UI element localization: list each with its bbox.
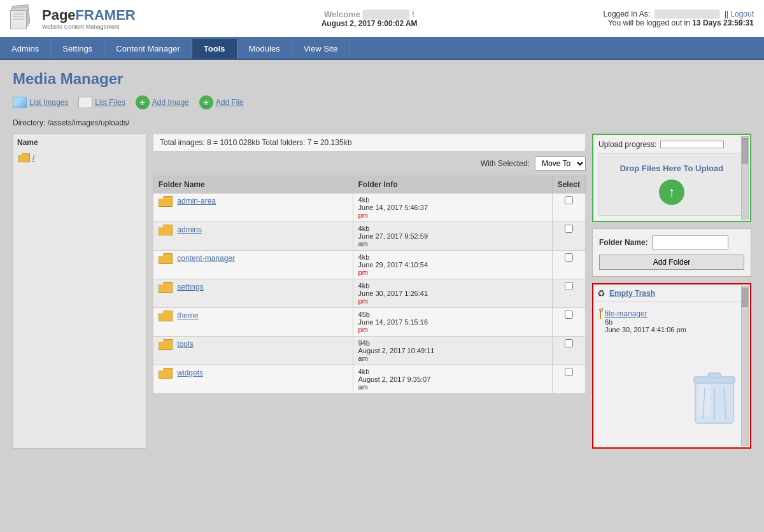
trash-folder-name[interactable]: file-manager [605, 309, 686, 318]
folder-name-cell: theme [153, 308, 353, 337]
upload-panel-scrollbar[interactable] [741, 136, 749, 220]
folder-date: June 27, 2017 9:52:59 [358, 232, 428, 240]
folder-checkbox[interactable] [565, 196, 573, 204]
folder-checkbox[interactable] [565, 311, 573, 319]
header: PageFRAMER Website Content Management We… [0, 0, 764, 39]
trash-item-date: June 30, 2017 4:41:06 pm [605, 326, 686, 333]
nav-content-manager[interactable]: Content Manager [104, 39, 192, 59]
folder-icon [159, 282, 173, 293]
folder-date: August 2, 2017 9:35:07 [358, 375, 431, 383]
welcome-text: Welcome ████████ ! [322, 10, 418, 19]
folder-table-body: admin-area 4kb June 14, 2017 5:46:37 pm … [153, 193, 586, 394]
progress-bar [660, 141, 724, 148]
nav-tools[interactable]: Tools [192, 39, 237, 59]
col-folder-info: Folder Info [353, 176, 552, 193]
col-folder-name: Folder Name [153, 176, 353, 193]
folder-icon [159, 368, 173, 379]
folder-info: 4kb June 29, 2017 4:10:54 pm [358, 253, 547, 276]
folder-link[interactable]: content-manager [177, 254, 235, 263]
upload-panel: Upload progress: Drop Files Here To Uplo… [592, 134, 751, 222]
folder-checkbox[interactable] [565, 282, 573, 290]
nav-modules[interactable]: Modules [237, 39, 292, 59]
folder-link[interactable]: tools [177, 340, 193, 349]
folder-info: 4kb June 27, 2017 9:52:59 am [358, 225, 547, 248]
folder-select-cell [552, 365, 585, 394]
folder-size: 4kb [358, 368, 370, 375]
nav-view-site[interactable]: View Site [292, 39, 350, 59]
folder-date: June 14, 2017 5:15:16 [358, 318, 428, 326]
drop-zone[interactable]: Drop Files Here To Upload [598, 153, 745, 216]
folder-size: 45b [358, 311, 370, 318]
folder-checkbox[interactable] [565, 253, 573, 262]
folder-link[interactable]: admins [177, 225, 202, 234]
folder-icon [159, 225, 173, 235]
table-row: theme 45b June 14, 2017 5:15:16 pm [153, 308, 586, 337]
move-to-select[interactable]: Move To [535, 157, 586, 171]
logo-icon [10, 5, 33, 32]
folder-checkbox[interactable] [565, 225, 573, 233]
add-folder-button[interactable]: Add Folder [599, 255, 744, 270]
root-folder-link[interactable]: / [32, 153, 34, 162]
folder-info-cell: 4kb June 14, 2017 5:46:37 pm [353, 193, 552, 222]
empty-trash-link[interactable]: Empty Trash [609, 289, 655, 298]
folder-time: pm [358, 326, 368, 333]
add-image-icon: + [136, 95, 150, 109]
add-image-button[interactable]: + Add Image [136, 95, 189, 109]
folder-link[interactable]: admin-area [177, 197, 216, 206]
add-file-button[interactable]: + Add File [199, 95, 244, 109]
folder-date: June 30, 2017 1:26:41 [358, 290, 428, 297]
nav-admins[interactable]: Admins [0, 39, 51, 59]
folder-icon [159, 311, 173, 321]
folder-info: 94b August 2, 2017 10:49:11 am [358, 339, 547, 362]
trash-folder-item: ↺ file-manager 6b June 30, 2017 4:41:06 … [597, 307, 746, 336]
with-selected-bar: With Selected: Move To [153, 157, 586, 171]
trash-item-size: 6b [605, 318, 686, 326]
folder-icon [159, 339, 173, 350]
nav-settings[interactable]: Settings [51, 39, 104, 59]
folder-checkbox[interactable] [565, 368, 573, 376]
add-file-icon: + [199, 95, 213, 109]
folder-link[interactable]: widgets [177, 368, 203, 377]
svg-rect-3 [708, 373, 721, 378]
trash-recycle-badge: ↺ [598, 307, 604, 314]
session-line: You will be logged out in 13 Days 23:59:… [604, 18, 754, 27]
trash-folder-row: ↺ file-manager 6b June 30, 2017 4:41:06 … [600, 309, 744, 333]
folder-link[interactable]: settings [177, 283, 203, 291]
trash-recycle-icon: ♻ [597, 288, 605, 298]
root-folder-item[interactable]: / [17, 152, 142, 164]
logged-in-label: Logged In As: [604, 10, 650, 18]
header-logged-user: ████████████ [654, 10, 719, 18]
list-images-button[interactable]: List Images [13, 97, 68, 108]
folder-time: am [358, 354, 368, 362]
session-time: 13 Days 23:59:31 [692, 18, 754, 27]
folder-select-cell [552, 222, 585, 251]
folder-size: 4kb [358, 225, 370, 232]
page-title: Media Manager [13, 70, 751, 88]
folder-name-input[interactable] [652, 235, 728, 249]
folder-info-cell: 4kb June 30, 2017 1:26:41 pm [353, 279, 552, 308]
folder-info-cell: 4kb June 29, 2017 4:10:54 pm [353, 251, 552, 279]
folder-time: am [358, 240, 368, 248]
name-panel: Name / [13, 134, 146, 449]
upload-button[interactable] [659, 179, 684, 205]
folder-checkbox[interactable] [565, 339, 573, 347]
nav-bar: Admins Settings Content Manager Tools Mo… [0, 39, 764, 60]
logo-subtitle: Website Content Management [42, 24, 136, 30]
folder-link[interactable]: theme [177, 311, 198, 320]
folder-select-cell [552, 337, 585, 365]
trash-panel: ♻ Empty Trash ↺ file-manager 6b [592, 283, 751, 449]
folder-icon [159, 253, 173, 264]
root-folder-icon [18, 153, 30, 162]
col-select: Select [552, 176, 585, 193]
toolbar: List Images List Files + Add Image + Add… [13, 95, 751, 109]
file-table: Folder Name Folder Info Select admin-are… [153, 176, 586, 394]
logout-link[interactable]: Logout [730, 10, 754, 18]
trash-scrollbar[interactable] [741, 286, 749, 446]
list-files-button[interactable]: List Files [78, 97, 125, 108]
folder-date: June 29, 2017 4:10:54 [358, 261, 428, 269]
folder-select-cell [552, 308, 585, 337]
table-row: widgets 4kb August 2, 2017 9:35:07 am [153, 365, 586, 394]
upload-progress-label: Upload progress: [598, 140, 745, 149]
folder-size: 4kb [358, 253, 370, 261]
list-files-icon [78, 97, 92, 108]
